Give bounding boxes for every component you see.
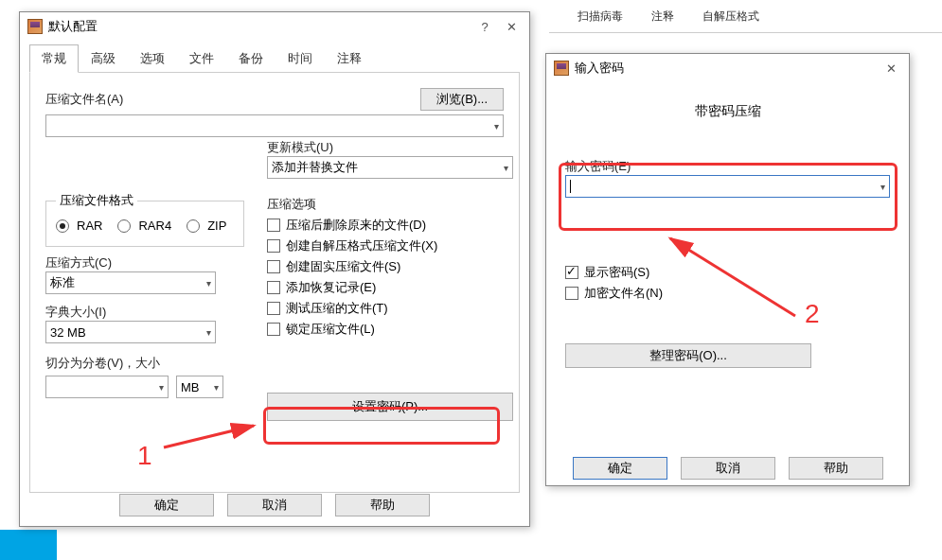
tab-options[interactable]: 选项 [128, 44, 177, 73]
help-icon[interactable]: ? [474, 20, 495, 34]
password-subtitle: 带密码压缩 [565, 103, 890, 120]
password-input[interactable]: ▾ [565, 175, 890, 198]
format-group: 压缩文件格式 RAR RAR4 ZIP [45, 192, 244, 247]
toolbar-comment[interactable]: 注释 [651, 9, 674, 25]
enter-password-label: 输入密码(E) [565, 158, 890, 175]
chevron-down-icon: ▾ [504, 163, 508, 173]
tab-backup[interactable]: 备份 [226, 44, 275, 73]
tab-comment[interactable]: 注释 [325, 44, 374, 73]
dialog2-title-text: 输入密码 [575, 60, 624, 77]
organize-passwords-button[interactable]: 整理密码(O)... [565, 343, 811, 368]
dict-select[interactable]: 32 MB▾ [45, 321, 216, 343]
update-mode-select[interactable]: 添加并替换文件▾ [267, 156, 513, 179]
opt-test[interactable]: 测试压缩的文件(T) [267, 300, 513, 317]
cancel-button[interactable]: 取消 [227, 494, 322, 516]
ok-button[interactable]: 确定 [573, 457, 667, 480]
help-button[interactable]: 帮助 [789, 457, 883, 480]
dialog2-titlebar[interactable]: 输入密码 ✕ [546, 54, 909, 82]
opt-recovery[interactable]: 添加恢复记录(E) [267, 279, 513, 296]
background-toolbar: 扫描病毒 注释 自解压格式 [549, 0, 942, 33]
enter-password-dialog: 输入密码 ✕ 带密码压缩 输入密码(E) ▾ 显示密码(S) 加密文件名(N) … [545, 53, 910, 486]
tab-bar: 常规 高级 选项 文件 备份 时间 注释 [20, 41, 529, 73]
format-legend: 压缩文件格式 [56, 192, 137, 209]
radio-rar[interactable]: RAR [56, 219, 102, 233]
split-size-input[interactable]: ▾ [45, 376, 169, 398]
chevron-down-icon: ▾ [206, 278, 211, 289]
close-icon[interactable]: ✕ [501, 20, 522, 34]
ok-button[interactable]: 确定 [119, 494, 214, 516]
show-password-checkbox[interactable]: 显示密码(S) [565, 264, 890, 281]
dialog1-buttons: 确定 取消 帮助 [20, 494, 529, 516]
chevron-down-icon: ▾ [494, 121, 499, 131]
tab-general[interactable]: 常规 [29, 44, 79, 73]
help-button[interactable]: 帮助 [335, 494, 430, 516]
dialog1-titlebar[interactable]: 默认配置 ? ✕ [20, 12, 529, 41]
tab-files[interactable]: 文件 [177, 44, 226, 73]
split-label: 切分为分卷(V)，大小 [45, 355, 244, 372]
winrar-icon [554, 61, 569, 76]
dialog2-buttons: 确定 取消 帮助 [546, 457, 909, 480]
method-select[interactable]: 标准▾ [45, 271, 216, 294]
cancel-button[interactable]: 取消 [681, 457, 775, 480]
dialog1-title-text: 默认配置 [48, 18, 98, 35]
chevron-down-icon: ▾ [880, 182, 885, 192]
opt-create-sfx[interactable]: 创建自解压格式压缩文件(X) [267, 237, 513, 254]
default-profile-dialog: 默认配置 ? ✕ 常规 高级 选项 文件 备份 时间 注释 压缩文件名(A) 浏… [19, 11, 530, 527]
opt-delete-after[interactable]: 压缩后删除原来的文件(D) [267, 217, 513, 234]
update-mode-label: 更新模式(U) [267, 139, 513, 156]
archive-name-label: 压缩文件名(A) [45, 91, 123, 108]
encrypt-filenames-checkbox[interactable]: 加密文件名(N) [565, 285, 890, 302]
radio-rar4[interactable]: RAR4 [117, 219, 171, 233]
method-label: 压缩方式(C) [45, 254, 244, 271]
split-unit-select[interactable]: MB▾ [176, 376, 223, 398]
tab-panel: 压缩文件名(A) 浏览(B)... ▾ 压缩文件格式 RAR RAR4 ZIP … [29, 72, 520, 493]
set-password-button[interactable]: 设置密码(P)... [267, 393, 513, 421]
tab-advanced[interactable]: 高级 [79, 44, 128, 73]
dict-label: 字典大小(I) [45, 304, 244, 321]
chevron-down-icon: ▾ [159, 382, 164, 393]
toolbar-sfx[interactable]: 自解压格式 [702, 9, 759, 25]
toolbar-scan-virus[interactable]: 扫描病毒 [578, 9, 623, 25]
close-icon[interactable]: ✕ [880, 61, 901, 76]
chevron-down-icon: ▾ [206, 327, 211, 338]
taskbar-accent [0, 530, 57, 560]
options-label: 压缩选项 [267, 196, 513, 213]
archive-name-input[interactable]: ▾ [45, 114, 504, 137]
radio-zip[interactable]: ZIP [187, 219, 226, 233]
browse-button[interactable]: 浏览(B)... [420, 88, 504, 111]
tab-time[interactable]: 时间 [275, 44, 325, 73]
chevron-down-icon: ▾ [214, 382, 219, 393]
opt-lock[interactable]: 锁定压缩文件(L) [267, 321, 513, 338]
opt-solid[interactable]: 创建固实压缩文件(S) [267, 258, 513, 275]
winrar-icon [27, 19, 43, 34]
